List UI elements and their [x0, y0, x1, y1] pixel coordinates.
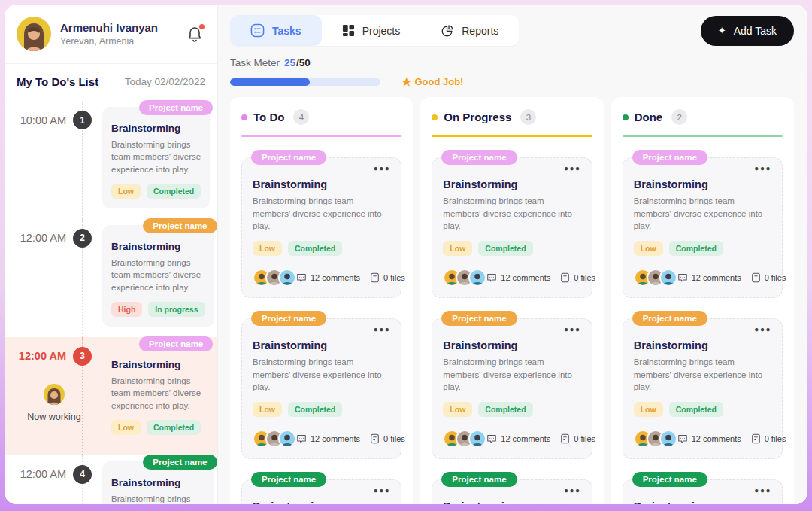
- assignee-avatars: [634, 430, 677, 448]
- task-meter-fill: [230, 78, 310, 86]
- tab-projects[interactable]: Projects: [322, 15, 421, 46]
- comments-count: 12 comments: [692, 273, 741, 282]
- project-badge: Project name: [251, 150, 326, 165]
- card-menu-icon[interactable]: ●●●: [754, 325, 771, 333]
- tag-row: LowCompleted: [443, 402, 580, 417]
- tag-row: LowCompleted: [634, 402, 771, 417]
- todo-list-date: Today 02/02/2022: [125, 76, 205, 87]
- timeline-card[interactable]: Project name Brainstorming Brainstorming…: [102, 107, 210, 208]
- assignee-avatars: [253, 269, 296, 287]
- comments-meta[interactable]: 12 comments: [486, 272, 550, 283]
- comments-meta[interactable]: 12 comments: [296, 272, 360, 283]
- task-description: Brainstorming brings team members' diver…: [111, 138, 201, 175]
- card-footer: 12 comments 0 files: [253, 269, 390, 287]
- task-meter-track: [230, 78, 380, 86]
- card-footer: 12 comments 0 files: [443, 269, 580, 287]
- tag-completed: Completed: [478, 241, 532, 256]
- card-menu-icon[interactable]: ●●●: [564, 164, 581, 172]
- project-badge: Project name: [441, 311, 517, 326]
- comments-meta[interactable]: 12 comments: [677, 433, 741, 444]
- column-count: 4: [293, 109, 309, 125]
- comments-meta[interactable]: 12 comments: [677, 272, 741, 283]
- tag-completed: Completed: [669, 241, 723, 256]
- todo-list-title: My To Do's List: [17, 75, 98, 88]
- comments-meta[interactable]: 12 comments: [486, 433, 550, 444]
- kanban-card[interactable]: Project name ●●● Brainstorming Brainstor…: [432, 479, 592, 504]
- card-menu-icon[interactable]: ●●●: [564, 325, 581, 333]
- now-working-label: Now working: [27, 412, 81, 422]
- task-title: Brainstorming: [111, 477, 205, 488]
- kanban-card[interactable]: Project name ●●● Brainstorming Brainstor…: [241, 157, 401, 298]
- task-title: Brainstorming: [634, 500, 771, 504]
- assignee-avatar: [278, 269, 296, 287]
- timeline-entry-left: 10:00 AM 1: [5, 107, 92, 213]
- timeline-entry[interactable]: 12:00 AM 3 Now working Project name Brai…: [5, 337, 217, 455]
- card-menu-icon[interactable]: ●●●: [564, 486, 581, 494]
- assignee-avatar: [659, 269, 677, 287]
- kanban-card[interactable]: Project name ●●● Brainstorming Brainstor…: [432, 157, 592, 298]
- files-count: 0 files: [765, 273, 786, 282]
- card-menu-icon[interactable]: ●●●: [754, 164, 771, 172]
- card-menu-icon[interactable]: ●●●: [374, 164, 391, 172]
- kanban-card[interactable]: Project name ●●● Brainstorming Brainstor…: [623, 479, 783, 504]
- card-footer: 12 comments 0 files: [443, 430, 580, 448]
- comments-count: 12 comments: [692, 434, 741, 443]
- kanban-card[interactable]: Project name ●●● Brainstorming Brainstor…: [432, 318, 592, 459]
- timeline-entry[interactable]: 12:00 AM 2 Project name Brainstorming Br…: [5, 219, 217, 337]
- timeline-card[interactable]: Project name Brainstorming Brainstorming…: [102, 225, 214, 327]
- card-menu-icon[interactable]: ●●●: [374, 325, 391, 333]
- files-meta[interactable]: 0 files: [751, 433, 786, 444]
- comments-count: 12 comments: [311, 273, 360, 282]
- tag-completed: Completed: [147, 420, 201, 435]
- tag-low: Low: [111, 184, 141, 199]
- timeline-entry[interactable]: 10:00 AM 1 Project name Brainstorming Br…: [5, 101, 217, 219]
- timeline-card[interactable]: Project name Brainstorming Brainstorming…: [102, 461, 214, 504]
- tag-row: LowCompleted: [443, 241, 580, 256]
- tab-label: Tasks: [272, 25, 301, 37]
- comment-icon: [677, 272, 688, 283]
- kanban-card[interactable]: Project name ●●● Brainstorming Brainstor…: [623, 318, 783, 459]
- files-meta[interactable]: 0 files: [560, 272, 595, 283]
- card-menu-icon[interactable]: ●●●: [754, 486, 771, 494]
- card-menu-icon[interactable]: ●●●: [374, 486, 391, 494]
- kanban-board: To Do 4 Project name ●●● Brainstorming B…: [230, 97, 794, 504]
- tab-reports[interactable]: Reports: [420, 15, 519, 46]
- project-badge: Project name: [632, 311, 707, 326]
- files-meta[interactable]: 0 files: [370, 272, 405, 283]
- tag-row: LowCompleted: [111, 184, 201, 199]
- timeline-entry[interactable]: 12:00 AM 4 Project name Brainstorming Br…: [5, 455, 217, 504]
- task-meter-total: /50: [296, 57, 311, 68]
- kanban-card[interactable]: Project name ●●● Brainstorming Brainstor…: [241, 318, 401, 459]
- project-badge: Project name: [251, 311, 326, 326]
- files-meta[interactable]: 0 files: [560, 433, 595, 444]
- column-on-progress: On Progress 3 Project name ●●● Brainstor…: [420, 97, 603, 504]
- tag-completed: Completed: [288, 241, 342, 256]
- files-meta[interactable]: 0 files: [751, 272, 786, 283]
- tag-low: Low: [253, 402, 282, 417]
- notification-bell-button[interactable]: [186, 24, 205, 44]
- task-title: Brainstorming: [443, 339, 580, 351]
- add-task-button[interactable]: ✦ Add Task: [701, 16, 794, 46]
- timeline-entry-left: 12:00 AM 3 Now working: [5, 343, 92, 449]
- files-count: 0 files: [574, 273, 595, 282]
- column-underline: [241, 135, 401, 137]
- kanban-card[interactable]: Project name ●●● Brainstorming Brainstor…: [241, 479, 401, 504]
- files-meta[interactable]: 0 files: [370, 433, 405, 444]
- column-cards: Project name ●●● Brainstorming Brainstor…: [432, 157, 592, 504]
- column-count: 3: [520, 109, 536, 125]
- comment-icon: [296, 272, 307, 283]
- kanban-card[interactable]: Project name ●●● Brainstorming Brainstor…: [623, 157, 783, 298]
- task-description: Brainstorming brings team members' diver…: [443, 356, 580, 394]
- files-count: 0 files: [383, 434, 405, 443]
- timeline-card[interactable]: Project name Brainstorming Brainstorming…: [102, 343, 210, 445]
- profile-name: Armenuhi Ivanyan: [60, 21, 158, 34]
- column-header: To Do 4: [241, 109, 401, 125]
- task-description: Brainstorming brings team members' diver…: [634, 356, 771, 394]
- comments-meta[interactable]: 12 comments: [296, 433, 360, 444]
- add-task-label: Add Task: [734, 25, 777, 37]
- task-meter-current: 25: [284, 57, 295, 68]
- tab-tasks[interactable]: Tasks: [230, 15, 322, 46]
- notification-dot: [199, 24, 205, 29]
- comment-icon: [486, 433, 497, 444]
- timeline-time: 12:00 AM: [19, 350, 66, 362]
